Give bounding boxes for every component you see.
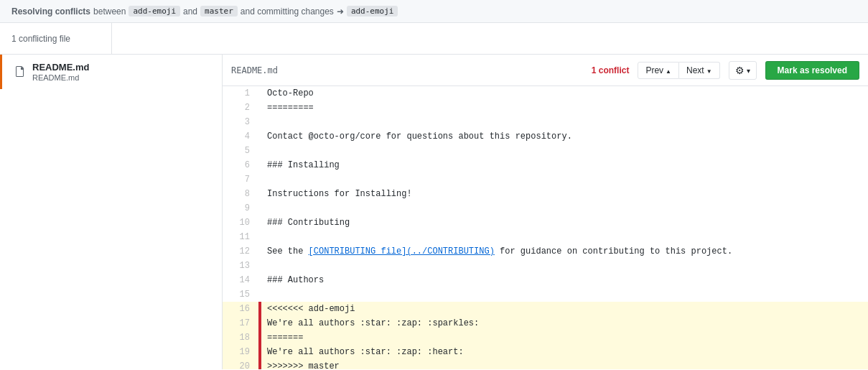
- and1-text: and: [183, 6, 197, 17]
- table-row: 12See the [CONTRIBUTING file](../CONTRIB…: [223, 244, 868, 259]
- line-content: >>>>>>> master: [261, 359, 868, 369]
- table-row: 17We're all authors :star: :zap: :sparkl…: [223, 316, 868, 330]
- line-number: 11: [223, 230, 258, 244]
- table-row: 4Contact @octo-org/core for questions ab…: [223, 129, 868, 144]
- chevron-down-icon: [706, 65, 712, 75]
- line-number: 3: [223, 115, 258, 129]
- line-content: We're all authors :star: :zap: :heart:: [261, 345, 868, 359]
- line-number: 15: [223, 287, 258, 302]
- line-content: [261, 144, 868, 158]
- code-editor[interactable]: 1Octo-Repo2=========34Contact @octo-org/…: [223, 86, 868, 369]
- table-row: 18=======: [223, 330, 868, 345]
- line-content: See the [CONTRIBUTING file](../CONTRIBUT…: [261, 244, 868, 259]
- and2-text: and committing changes: [241, 6, 334, 17]
- table-row: 13: [223, 259, 868, 273]
- table-row: 7: [223, 172, 868, 187]
- next-button[interactable]: Next: [679, 62, 720, 79]
- prev-button[interactable]: Prev: [638, 62, 679, 79]
- prev-label: Prev: [645, 65, 663, 75]
- table-row: 19We're all authors :star: :zap: :heart:: [223, 345, 868, 359]
- editor-header: README.md 1 conflict Prev Next M: [223, 55, 868, 86]
- line-content: [261, 201, 868, 216]
- line-content: =========: [261, 101, 868, 115]
- line-content: [261, 115, 868, 129]
- next-label: Next: [686, 65, 704, 75]
- resolving-conflicts-label: Resolving conflicts: [11, 6, 90, 17]
- table-row: 10### Contributing: [223, 216, 868, 230]
- conflicting-count-label: 1 conflicting file: [11, 34, 70, 44]
- line-content: [261, 172, 868, 187]
- line-content: ### Authors: [261, 273, 868, 287]
- line-content: ### Contributing: [261, 216, 868, 230]
- settings-button[interactable]: [729, 61, 757, 80]
- branch3-badge[interactable]: add-emoji: [347, 6, 398, 17]
- table-row: 16<<<<<<< add-emoji: [223, 302, 868, 316]
- table-row: 11: [223, 230, 868, 244]
- line-content: =======: [261, 330, 868, 345]
- line-content: ### Installing: [261, 158, 868, 172]
- content-area: README.md README.md README.md 1 conflict…: [0, 55, 868, 369]
- line-number: 13: [223, 259, 258, 273]
- between-text: between: [93, 6, 126, 17]
- file-name-secondary: README.md: [32, 73, 89, 82]
- gear-icon: [735, 65, 745, 76]
- chevron-up-icon: [666, 65, 671, 75]
- line-number: 1: [223, 86, 258, 101]
- line-content: [261, 230, 868, 244]
- table-row: 2=========: [223, 101, 868, 115]
- line-number: 8: [223, 187, 258, 201]
- line-content: Octo-Repo: [261, 86, 868, 101]
- breadcrumb-bar: Resolving conflicts between add-emoji an…: [0, 0, 868, 23]
- line-content: <<<<<<< add-emoji: [261, 302, 868, 316]
- table-row: 20>>>>>>> master: [223, 359, 868, 369]
- line-content: [261, 259, 868, 273]
- table-row: 1Octo-Repo: [223, 86, 868, 101]
- table-row: 9: [223, 201, 868, 216]
- line-number: 17: [223, 316, 258, 330]
- sidebar-file-item[interactable]: README.md README.md: [0, 55, 222, 89]
- sidebar: README.md README.md: [0, 55, 223, 369]
- line-number: 12: [223, 244, 258, 259]
- nav-buttons: Prev Next: [638, 62, 719, 79]
- line-number: 9: [223, 201, 258, 216]
- editor-area: README.md 1 conflict Prev Next M: [223, 55, 868, 369]
- branch1-badge[interactable]: add-emoji: [129, 6, 180, 17]
- line-content: Contact @octo-org/core for questions abo…: [261, 129, 868, 144]
- conflict-header: 1 conflicting file: [0, 23, 868, 55]
- arrow-icon: ➜: [337, 6, 344, 17]
- line-number: 20: [223, 359, 258, 369]
- line-number: 16: [223, 302, 258, 316]
- line-number: 7: [223, 172, 258, 187]
- code-table: 1Octo-Repo2=========34Contact @octo-org/…: [223, 86, 868, 369]
- mark-resolved-button[interactable]: Mark as resolved: [765, 61, 859, 80]
- conflict-badge: 1 conflict: [592, 65, 630, 75]
- line-number: 18: [223, 330, 258, 345]
- table-row: 5: [223, 144, 868, 158]
- caret-down-icon: [747, 65, 750, 75]
- line-number: 2: [223, 101, 258, 115]
- file-icon: [14, 66, 25, 78]
- conflicting-count: 1 conflicting file: [11, 23, 112, 54]
- table-row: 15: [223, 287, 868, 302]
- line-content: We're all authors :star: :zap: :sparkles…: [261, 316, 868, 330]
- table-row: 14### Authors: [223, 273, 868, 287]
- line-content: [261, 287, 868, 302]
- main-container: 1 conflicting file README.md README.md: [0, 23, 868, 369]
- line-content: Instructions for Installing!: [261, 187, 868, 201]
- file-names: README.md README.md: [32, 62, 89, 82]
- line-number: 4: [223, 129, 258, 144]
- resolving-text: Resolving conflicts: [11, 6, 90, 17]
- editor-filename: README.md: [231, 65, 583, 75]
- table-row: 6### Installing: [223, 158, 868, 172]
- line-number: 5: [223, 144, 258, 158]
- line-number: 19: [223, 345, 258, 359]
- file-name-primary: README.md: [32, 62, 89, 73]
- line-number: 6: [223, 158, 258, 172]
- table-row: 3: [223, 115, 868, 129]
- branch2-badge[interactable]: master: [200, 6, 238, 17]
- line-number: 14: [223, 273, 258, 287]
- line-number: 10: [223, 216, 258, 230]
- table-row: 8Instructions for Installing!: [223, 187, 868, 201]
